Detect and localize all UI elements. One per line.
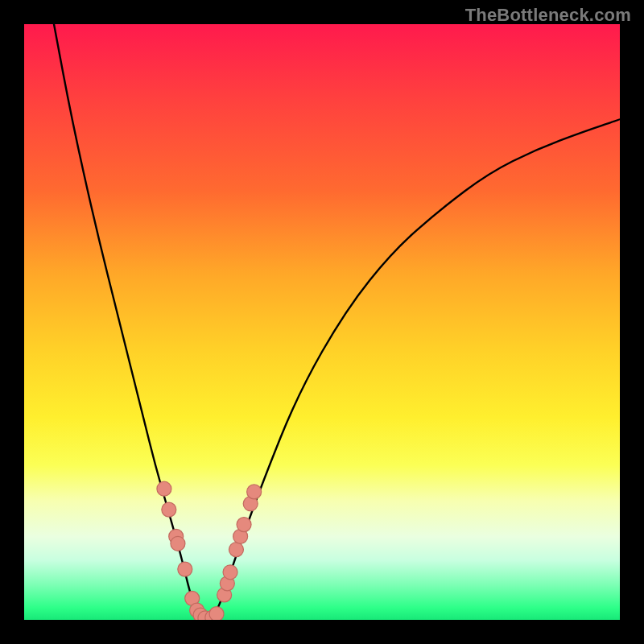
highlight-beads (157, 481, 262, 620)
curve-svg (24, 24, 620, 620)
chart-container: TheBottleneck.com (0, 0, 644, 644)
bead (237, 518, 251, 532)
bead (157, 481, 171, 496)
bead (209, 607, 224, 620)
bead (229, 543, 243, 557)
bead (247, 485, 262, 499)
bead (178, 562, 192, 576)
bottleneck-curve (54, 24, 620, 620)
bead (223, 565, 237, 580)
bead (162, 502, 176, 517)
watermark-text: TheBottleneck.com (465, 5, 631, 26)
bead (171, 536, 185, 551)
plot-area (24, 24, 620, 620)
